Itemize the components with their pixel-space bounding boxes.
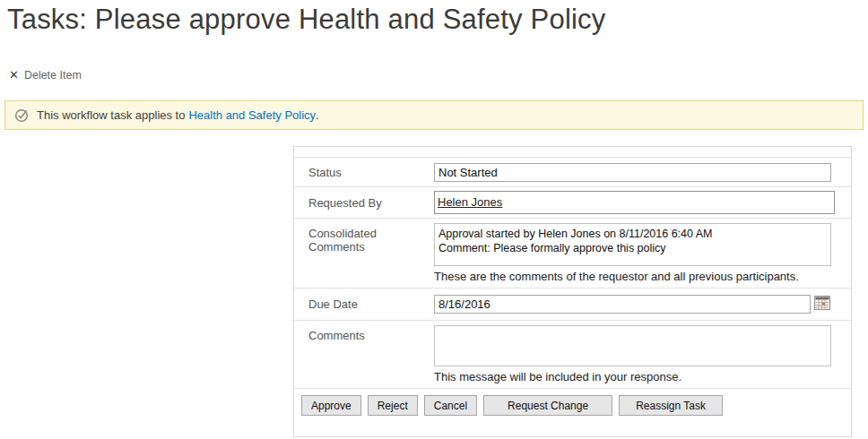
status-row: Status — [294, 158, 851, 187]
comments-textarea[interactable] — [434, 325, 831, 366]
cancel-button[interactable]: Cancel — [424, 395, 477, 416]
approve-button[interactable]: Approve — [301, 395, 361, 416]
banner-policy-link[interactable]: Health and Safety Policy — [188, 108, 316, 122]
check-circle-icon — [14, 108, 30, 123]
requested-by-people-picker[interactable]: Helen Jones — [434, 191, 835, 214]
workflow-status-banner: This workflow task applies to Health and… — [4, 100, 864, 130]
consolidated-comments-row: Consolidated Comments Approval started b… — [294, 219, 851, 288]
action-buttons-row: Approve Reject Cancel Request Change Rea… — [294, 389, 851, 421]
requested-by-row: Requested By Helen Jones — [294, 187, 851, 219]
form-bottom-spacer — [294, 421, 851, 436]
delete-x-icon: ✕ — [9, 69, 19, 81]
status-input[interactable] — [434, 163, 831, 182]
delete-item-label: Delete Item — [24, 69, 82, 82]
consolidated-comments-textarea[interactable]: Approval started by Helen Jones on 8/11/… — [434, 223, 831, 266]
due-date-row: Due Date — [294, 288, 851, 321]
page-title: Tasks: Please approve Health and Safety … — [7, 0, 605, 39]
toolbar: ✕ Delete Item — [9, 66, 82, 82]
due-date-label: Due Date — [308, 295, 434, 314]
requested-by-person-link[interactable]: Helen Jones — [438, 195, 502, 209]
consolidated-comments-hint: These are the comments of the requestor … — [434, 270, 851, 283]
form-top-spacer — [294, 147, 851, 158]
reject-button[interactable]: Reject — [368, 395, 418, 416]
delete-item-button[interactable]: ✕ Delete Item — [9, 69, 82, 82]
banner-suffix: . — [316, 108, 319, 122]
request-change-button[interactable]: Request Change — [483, 395, 612, 416]
comments-hint: This message will be included in your re… — [434, 370, 851, 383]
requested-by-label: Requested By — [308, 191, 434, 214]
due-date-input[interactable] — [434, 295, 811, 314]
comments-row: Comments This message will be included i… — [294, 321, 851, 389]
calendar-icon — [814, 296, 830, 313]
status-label: Status — [308, 163, 434, 182]
comments-label: Comments — [308, 325, 434, 383]
task-form: Status Requested By Helen Jones Consolid… — [293, 146, 852, 437]
date-picker-button[interactable] — [814, 296, 830, 313]
banner-text: This workflow task applies to — [37, 108, 185, 122]
consolidated-comments-label: Consolidated Comments — [308, 223, 434, 283]
reassign-task-button[interactable]: Reassign Task — [619, 395, 723, 416]
